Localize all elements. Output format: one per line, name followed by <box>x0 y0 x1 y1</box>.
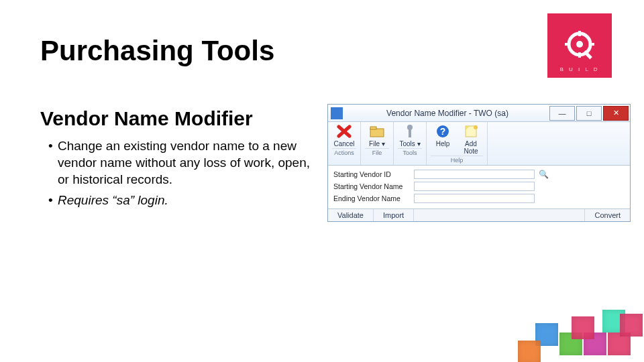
ribbon-label: Help <box>436 140 450 147</box>
close-button[interactable]: ✕ <box>603 106 629 121</box>
add-note-button[interactable]: Add Note <box>459 123 483 155</box>
bullet-dot: • <box>48 192 58 208</box>
bullet-text: Change an existing vendor name to a new … <box>58 137 317 188</box>
form-area: Starting Vendor ID🔍Starting Vendor NameE… <box>328 166 630 206</box>
ribbon: CancelActionsFile ▾FileTools ▾Tools?Help… <box>328 122 630 166</box>
brand-logo: B U I L D <box>547 13 612 78</box>
form-row: Starting Vendor ID🔍 <box>333 168 625 180</box>
app-window: Vendor Name Modifier - TWO (sa) — □ ✕ Ca… <box>327 104 631 222</box>
svg-rect-5 <box>565 43 570 46</box>
ribbon-group-caption: File <box>365 148 389 156</box>
text-input[interactable] <box>414 194 535 203</box>
lookup-icon[interactable]: 🔍 <box>539 170 549 179</box>
deco-square <box>572 316 594 339</box>
help-button[interactable]: ?Help <box>431 123 455 147</box>
svg-text:?: ? <box>440 126 446 137</box>
bullet-list: •Change an existing vendor name to a new… <box>48 137 317 213</box>
svg-rect-8 <box>370 127 376 129</box>
cancel-icon <box>335 123 354 139</box>
field-label: Starting Vendor Name <box>333 182 414 190</box>
tools--button[interactable]: Tools ▾ <box>398 123 422 147</box>
deco-square <box>518 341 541 362</box>
action-bar: Validate Import Convert <box>328 208 630 221</box>
wrench-icon <box>400 123 419 139</box>
text-input[interactable] <box>414 182 535 191</box>
ribbon-group-caption: Actions <box>332 148 356 156</box>
form-row: Starting Vendor Name <box>333 180 625 192</box>
ribbon-label: Add Note <box>459 140 483 155</box>
window-title: Vendor Name Modifier - TWO (sa) <box>345 109 549 118</box>
deco-square <box>620 314 643 337</box>
svg-rect-7 <box>370 129 384 137</box>
ribbon-group-caption: Tools <box>398 148 422 156</box>
slide-subtitle: Vendor Name Modifier <box>40 107 253 130</box>
convert-button[interactable]: Convert <box>584 209 630 221</box>
app-icon <box>331 107 343 119</box>
window-titlebar: Vendor Name Modifier - TWO (sa) — □ ✕ <box>328 105 630 122</box>
minimize-button[interactable]: — <box>549 106 575 121</box>
import-button[interactable]: Import <box>374 209 414 221</box>
file--button[interactable]: File ▾ <box>365 123 389 147</box>
svg-rect-3 <box>578 31 581 36</box>
brand-word: B U I L D <box>559 66 599 72</box>
ribbon-group-caption: Help <box>431 156 483 164</box>
svg-point-2 <box>576 41 583 48</box>
cancel-button[interactable]: Cancel <box>332 123 356 147</box>
svg-rect-6 <box>589 43 594 46</box>
maximize-button[interactable]: □ <box>576 106 602 121</box>
ribbon-label: Cancel <box>333 140 354 147</box>
note-icon <box>462 123 480 139</box>
form-row: Ending Vendor Name <box>333 192 625 204</box>
ribbon-label: File ▾ <box>369 140 385 147</box>
ribbon-label: Tools ▾ <box>399 140 420 147</box>
help-icon: ? <box>433 123 452 139</box>
field-label: Starting Vendor ID <box>333 170 414 178</box>
field-label: Ending Vendor Name <box>333 194 414 202</box>
svg-point-10 <box>407 125 413 130</box>
text-input[interactable] <box>414 170 535 179</box>
slide-title: Purchasing Tools <box>40 35 274 67</box>
validate-button[interactable]: Validate <box>328 209 374 221</box>
folder-icon <box>368 123 386 139</box>
svg-point-14 <box>474 125 478 129</box>
bullet-dot: • <box>48 137 58 188</box>
decorative-squares <box>470 282 644 362</box>
bullet-text: Requires “sa” login. <box>58 192 317 208</box>
svg-rect-4 <box>578 52 581 58</box>
